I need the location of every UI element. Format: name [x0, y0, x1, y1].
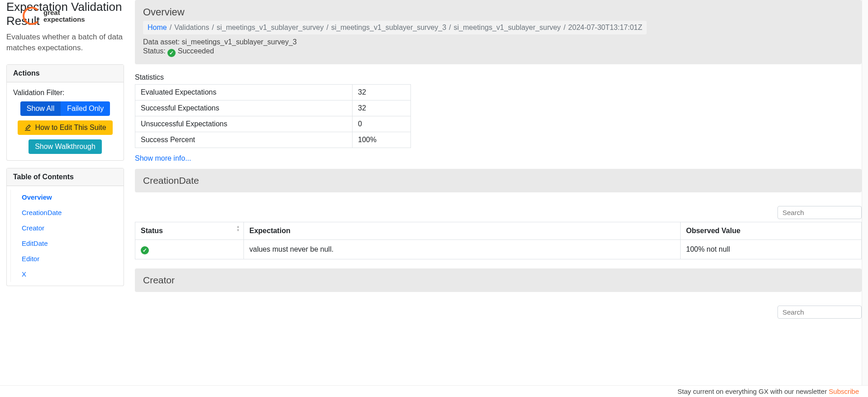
status-line: Status: Succeeded — [143, 47, 854, 57]
toc-item-editor[interactable]: Editor — [11, 251, 124, 267]
status-label: Status: — [143, 47, 166, 55]
toc-item-overview[interactable]: Overview — [11, 190, 124, 205]
data-asset-label: Data asset: — [143, 38, 180, 46]
col-expectation[interactable]: Expectation — [244, 222, 681, 240]
toc-link[interactable]: Overview — [22, 193, 52, 201]
breadcrumb-separator: / — [212, 24, 214, 32]
edit-suite-label: How to Edit This Suite — [35, 124, 106, 132]
breadcrumb-part: Validations — [174, 24, 209, 32]
status-value: Succeeded — [178, 47, 214, 55]
search-wrap — [135, 306, 862, 319]
stats-value: 100% — [353, 132, 411, 148]
toc-link[interactable]: X — [22, 270, 26, 278]
stats-row: Successful Expectations32 — [135, 100, 411, 116]
success-icon — [141, 246, 149, 254]
search-input[interactable] — [777, 306, 862, 319]
breadcrumb-part: si_meetings_v1_sublayer_survey_3 — [331, 24, 446, 32]
table-row: values must never be null.100% not null — [135, 240, 862, 259]
section-header-creator: Creator — [135, 268, 862, 292]
breadcrumb-separator: / — [326, 24, 328, 32]
stats-row: Unsuccessful Expectations0 — [135, 116, 411, 132]
validation-filter-group: Show All Failed Only — [20, 101, 110, 116]
stats-value: 32 — [353, 100, 411, 116]
cell-expectation: values must never be null. — [244, 240, 681, 259]
toc-item-creator[interactable]: Creator — [11, 220, 124, 236]
search-wrap — [135, 206, 862, 219]
results-table: StatusExpectationObserved Valuevalues mu… — [135, 222, 862, 259]
data-asset-value: si_meetings_v1_sublayer_survey_3 — [181, 38, 296, 46]
stats-row: Success Percent100% — [135, 132, 411, 148]
breadcrumb-part: 2024-07-30T13:17:01Z — [568, 24, 643, 32]
toc-item-editdate[interactable]: EditDate — [11, 236, 124, 251]
breadcrumb-separator: / — [170, 24, 172, 32]
breadcrumb: Home/Validations/si_meetings_v1_sublayer… — [143, 21, 647, 34]
statistics-table: Evaluated Expectations32Successful Expec… — [135, 84, 411, 148]
edit-suite-button[interactable]: How to Edit This Suite — [18, 120, 112, 135]
gx-logo-text: great expectations — [43, 9, 85, 23]
search-input[interactable] — [777, 206, 862, 219]
show-more-info-link[interactable]: Show more info... — [135, 154, 191, 163]
toc-item-x[interactable]: X — [11, 267, 124, 282]
actions-card: Actions Validation Filter: Show All Fail… — [6, 64, 124, 161]
col-status[interactable]: Status — [135, 222, 244, 240]
sidebar: Expectation Validation Result Evaluates … — [6, 0, 124, 349]
toc-link[interactable]: CreationDate — [22, 209, 62, 216]
stats-label: Evaluated Expectations — [135, 85, 353, 100]
toc-link[interactable]: EditDate — [22, 239, 48, 247]
scrollbar-gutter[interactable] — [862, 0, 868, 349]
breadcrumb-separator: / — [563, 24, 565, 32]
toc-item-creationdate[interactable]: CreationDate — [11, 205, 124, 220]
col-observed[interactable]: Observed Value — [681, 222, 862, 240]
section-header-creationdate: CreationDate — [135, 169, 862, 192]
show-all-button[interactable]: Show All — [20, 101, 61, 116]
stats-label: Success Percent — [135, 132, 353, 148]
app-logo: great expectations — [23, 7, 85, 25]
validation-filter-label: Validation Filter: — [13, 89, 117, 97]
actions-header: Actions — [7, 65, 124, 82]
stats-row: Evaluated Expectations32 — [135, 85, 411, 100]
stats-label: Successful Expectations — [135, 100, 353, 116]
overview-panel: Overview Home/Validations/si_meetings_v1… — [135, 0, 862, 64]
toc-link[interactable]: Creator — [22, 224, 44, 232]
toc-header: Table of Contents — [7, 168, 124, 186]
breadcrumb-part: si_meetings_v1_sublayer_survey — [454, 24, 561, 32]
stats-value: 0 — [353, 116, 411, 132]
stats-value: 32 — [353, 85, 411, 100]
failed-only-button[interactable]: Failed Only — [61, 101, 110, 116]
toc-link[interactable]: Editor — [22, 255, 39, 263]
gx-logo-icon — [23, 7, 41, 25]
cell-observed: 100% not null — [681, 240, 862, 259]
success-icon — [167, 49, 176, 57]
breadcrumb-separator: / — [449, 24, 451, 32]
page-subtitle: Evaluates whether a batch of data matche… — [6, 32, 124, 53]
overview-heading: Overview — [143, 6, 854, 18]
toc-list: OverviewCreationDateCreatorEditDateEdito… — [10, 190, 124, 282]
toc-card: Table of Contents OverviewCreationDateCr… — [6, 168, 124, 286]
edit-icon — [24, 124, 31, 131]
cell-status — [135, 240, 244, 259]
show-walkthrough-button[interactable]: Show Walkthrough — [29, 139, 102, 154]
breadcrumb-home[interactable]: Home — [148, 24, 167, 32]
main-content: Overview Home/Validations/si_meetings_v1… — [135, 0, 862, 349]
data-asset-line: Data asset: si_meetings_v1_sublayer_surv… — [143, 38, 854, 46]
breadcrumb-part: si_meetings_v1_sublayer_survey — [217, 24, 324, 32]
stats-label: Unsuccessful Expectations — [135, 116, 353, 132]
statistics-heading: Statistics — [135, 73, 862, 81]
